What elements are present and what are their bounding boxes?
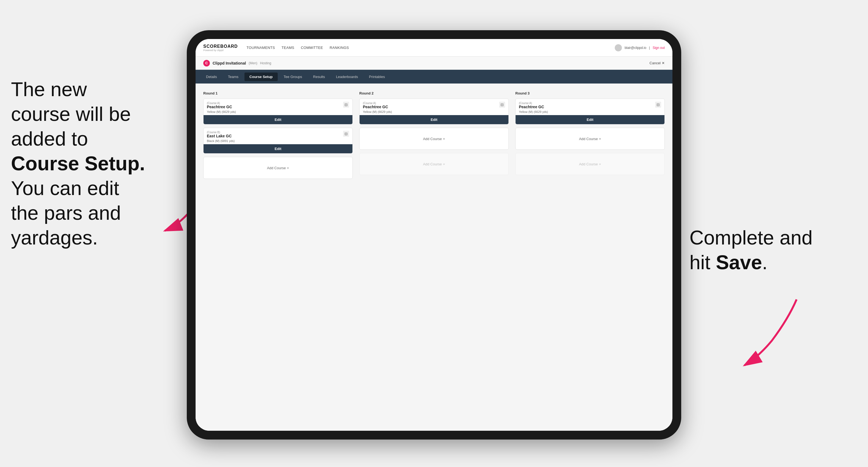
tab-leaderboards[interactable]: Leaderboards [331,72,363,81]
navbar-left: SCOREBOARD Powered by clippd TOURNAMENTS… [203,44,349,52]
tab-details[interactable]: Details [201,72,222,81]
round-3-course-a-card: (Course A) Peachtree GC ⊟ Yellow (M) (66… [515,99,665,124]
tab-results[interactable]: Results [308,72,330,81]
round-1-course-a-edit-button[interactable]: Edit [204,115,352,124]
course-a-label: (Course A) [207,102,232,105]
tab-teams[interactable]: Teams [223,72,243,81]
sign-out-link[interactable]: Sign out [653,46,665,50]
round3-course-a-name: Peachtree GC [519,105,544,109]
round-3-title: Round 3 [515,91,665,95]
nav-teams[interactable]: TEAMS [282,45,294,50]
clippd-logo: C [203,60,210,66]
nav-tournaments[interactable]: TOURNAMENTS [247,45,275,50]
tournament-status: Hosting [260,61,271,65]
plus-icon-r3b: + [599,162,601,166]
course-a-header: (Course A) Peachtree GC ⊟ [204,99,352,110]
plus-icon-r1: + [287,166,289,170]
main-content: Round 1 (Course A) Peachtree GC ⊟ Yellow… [195,84,673,431]
plus-icon-r2b: + [443,162,445,166]
round-3-add-course-button-2: Add Course + [515,153,665,175]
round2-course-a-header: (Course A) Peachtree GC ⊟ [360,99,508,110]
navbar-right: blair@clippd.io | Sign out [615,44,665,51]
nav-rankings[interactable]: RANKINGS [330,45,349,50]
round2-course-a-delete-button[interactable]: ⊟ [499,102,505,108]
rounds-grid: Round 1 (Course A) Peachtree GC ⊟ Yellow… [203,91,665,423]
nav-committee[interactable]: COMMITTEE [301,45,323,50]
course-b-header: (Course B) East Lake GC ⊟ [204,128,352,139]
close-icon: ✕ [662,61,665,65]
avatar [615,44,622,51]
cancel-button[interactable]: Cancel ✕ [650,61,665,65]
round3-course-a-tee: Yellow (M) (6629 yds) [516,110,664,114]
round3-course-a-label: (Course A) [519,102,544,105]
course-a-delete-button[interactable]: ⊟ [343,102,349,108]
tablet-screen: SCOREBOARD Powered by clippd TOURNAMENTS… [195,39,673,431]
course-b-delete-button[interactable]: ⊟ [343,131,349,137]
plus-icon-r3a: + [599,137,601,141]
scoreboard-logo: SCOREBOARD Powered by clippd [203,44,238,52]
annotation-right: Complete andhit Save. [689,225,832,275]
tab-printables[interactable]: Printables [364,72,390,81]
powered-by: Powered by clippd [203,49,238,52]
tournament-gender: (Men) [249,61,257,65]
tournament-info: C Clippd Invitational (Men) Hosting [203,60,271,66]
round-3-column: Round 3 (Course A) Peachtree GC ⊟ Yellow… [515,91,665,423]
round-2-course-a-edit-button[interactable]: Edit [360,115,508,124]
round-2-add-course-button[interactable]: Add Course + [359,128,509,150]
course-b-name: East Lake GC [207,134,231,138]
round-2-column: Round 2 (Course A) Peachtree GC ⊟ Yellow… [359,91,509,423]
round-1-course-b-edit-button[interactable]: Edit [204,144,352,153]
separator: | [649,46,650,50]
logo-text: SCOREBOARD [203,44,238,49]
round3-course-a-header: (Course A) Peachtree GC ⊟ [516,99,664,110]
round-3-course-a-edit-button[interactable]: Edit [516,115,664,124]
round-2-add-course-button-2: Add Course + [359,153,509,175]
tab-course-setup[interactable]: Course Setup [245,72,278,81]
tabs-bar: Details Teams Course Setup Tee Groups Re… [195,70,673,84]
round2-course-a-name: Peachtree GC [363,105,388,109]
tab-tee-groups[interactable]: Tee Groups [279,72,307,81]
round2-course-a-tee: Yellow (M) (6629 yds) [360,110,508,114]
round-1-course-a-card: (Course A) Peachtree GC ⊟ Yellow (M) (66… [203,99,353,124]
round-1-course-b-card: (Course B) East Lake GC ⊟ Black (M) (689… [203,128,353,154]
course-a-name: Peachtree GC [207,105,232,109]
round-2-course-a-card: (Course A) Peachtree GC ⊟ Yellow (M) (66… [359,99,509,124]
course-b-label: (Course B) [207,131,231,134]
navbar: SCOREBOARD Powered by clippd TOURNAMENTS… [195,39,673,57]
round3-course-a-delete-button[interactable]: ⊟ [655,102,661,108]
arrow-right-icon [731,297,808,368]
nav-links: TOURNAMENTS TEAMS COMMITTEE RANKINGS [247,45,349,50]
plus-icon-r2a: + [443,137,445,141]
round-3-add-course-button[interactable]: Add Course + [515,128,665,150]
user-email: blair@clippd.io [625,46,646,50]
round-2-title: Round 2 [359,91,509,95]
tablet-device: SCOREBOARD Powered by clippd TOURNAMENTS… [187,30,681,439]
round2-course-a-label: (Course A) [363,102,388,105]
sub-bar: C Clippd Invitational (Men) Hosting Canc… [195,57,673,70]
tournament-name: Clippd Invitational [213,61,246,65]
round-1-add-course-button[interactable]: Add Course + [203,157,353,179]
course-a-tee: Yellow (M) (6629 yds) [204,110,352,114]
round-1-column: Round 1 (Course A) Peachtree GC ⊟ Yellow… [203,91,353,423]
round-1-title: Round 1 [203,91,353,95]
course-b-tee: Black (M) (6891 yds) [204,139,352,143]
